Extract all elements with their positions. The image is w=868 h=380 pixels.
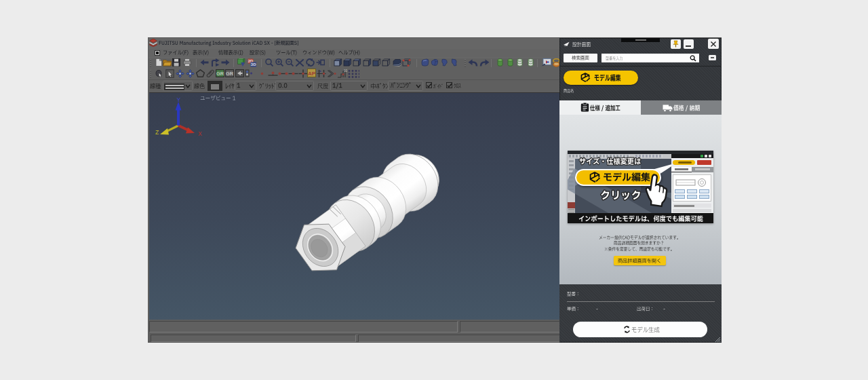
svg-text:AP: AP [307, 71, 315, 77]
svg-text:10: 10 [344, 69, 347, 73]
svg-text:Z: Z [155, 129, 159, 136]
svg-text:3D: 3D [251, 62, 256, 66]
svg-text:X: X [198, 130, 202, 137]
svg-text:GR: GR [216, 71, 224, 77]
svg-text:Y: Y [177, 97, 181, 103]
svg-text:GR: GR [226, 71, 234, 77]
